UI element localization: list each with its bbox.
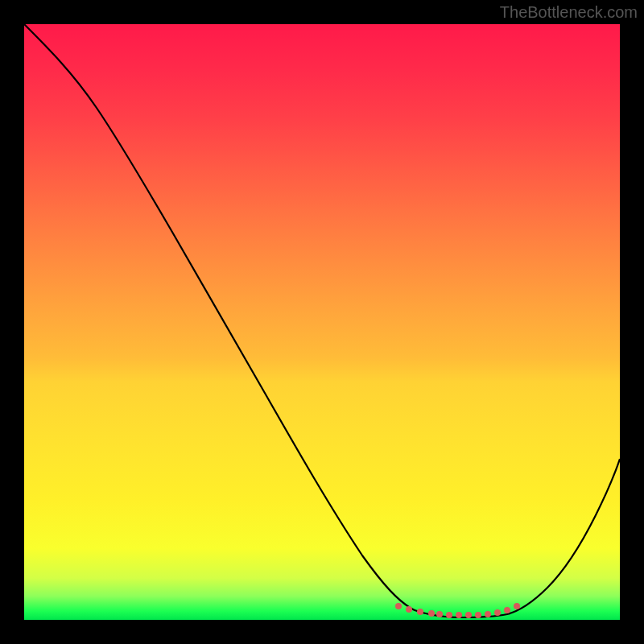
watermark-text: TheBottleneck.com bbox=[500, 3, 638, 22]
bottleneck-curve-line bbox=[24, 24, 620, 617]
svg-point-10 bbox=[494, 609, 501, 616]
svg-point-7 bbox=[465, 612, 472, 618]
svg-point-6 bbox=[456, 612, 462, 618]
svg-point-0 bbox=[395, 603, 402, 609]
svg-point-9 bbox=[485, 611, 491, 617]
svg-point-11 bbox=[504, 607, 510, 613]
svg-point-2 bbox=[417, 609, 423, 615]
svg-point-5 bbox=[446, 612, 452, 618]
svg-point-4 bbox=[436, 611, 443, 617]
svg-point-1 bbox=[406, 606, 412, 613]
chart-svg bbox=[24, 24, 620, 620]
svg-point-3 bbox=[428, 610, 435, 617]
chart-plot-area bbox=[24, 24, 620, 620]
svg-point-8 bbox=[475, 612, 481, 618]
svg-point-12 bbox=[514, 603, 520, 609]
